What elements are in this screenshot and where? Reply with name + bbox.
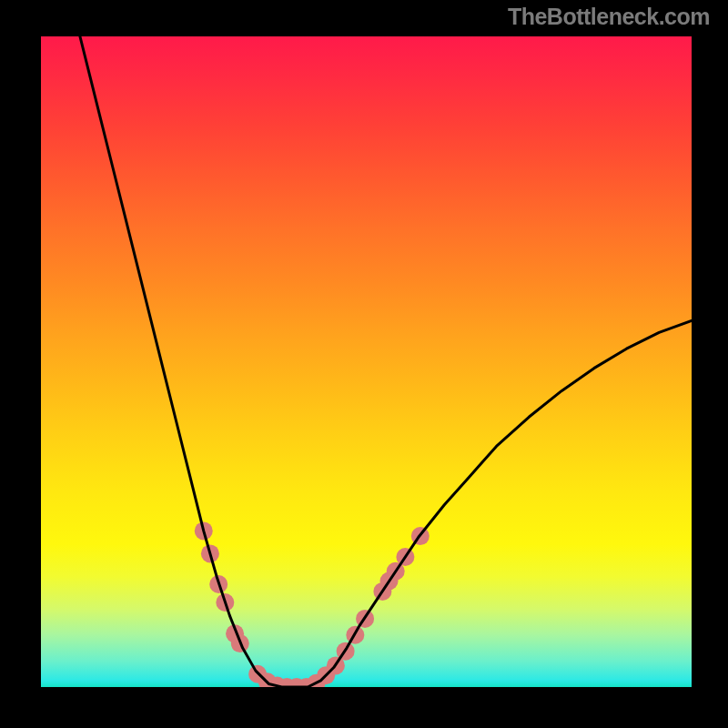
chart-frame: TheBottleneck.com xyxy=(0,0,728,728)
plot-area xyxy=(41,36,692,687)
attribution-text: TheBottleneck.com xyxy=(508,4,710,30)
curve-layer xyxy=(41,36,692,687)
bottleneck-curve xyxy=(80,36,692,687)
